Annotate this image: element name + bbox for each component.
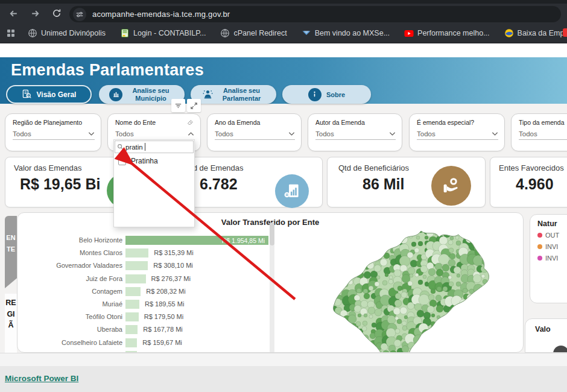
minas-gerais-map[interactable] bbox=[323, 225, 498, 353]
slicer-search-input[interactable]: pratin bbox=[115, 141, 194, 153]
bar-value-label: R$ 167,78 Mi bbox=[143, 326, 182, 333]
legend-dot bbox=[537, 244, 542, 249]
url-text[interactable]: acompanhe-emendas-ia.tce.mg.gov.br bbox=[92, 10, 230, 19]
bar-uberaba[interactable] bbox=[125, 325, 138, 334]
chevron-down-icon bbox=[389, 131, 396, 136]
slicer-option-pratinha[interactable]: Pratinha bbox=[114, 154, 194, 165]
apps-grid-icon[interactable] bbox=[6, 28, 16, 38]
nav-vis-o-geral[interactable]: Visão Geral bbox=[6, 85, 92, 104]
nav-analise-seu-parlamentar[interactable]: Analise seu Parlamentar bbox=[191, 85, 276, 104]
visual-filter-icon[interactable] bbox=[171, 99, 185, 112]
bookmark-item-6[interactable]: Baixa da Empresa... bbox=[504, 28, 567, 38]
chart-scrollbar[interactable] bbox=[270, 223, 274, 353]
slicer-label: Região de Planejamento bbox=[13, 119, 95, 126]
slicer-value: Todos bbox=[417, 130, 436, 138]
kpi-card-3: Qtd de Beneficiários86 Mil bbox=[327, 157, 486, 207]
legend-dot bbox=[537, 233, 542, 238]
bookmark-label: cPanel Redirect bbox=[233, 29, 287, 37]
kpi-label: Qtd de Beneficiários bbox=[338, 163, 409, 172]
slicer-dropdown-toggle[interactable]: Todos bbox=[215, 130, 295, 140]
microsoft-power-bi-link[interactable]: Microsoft Power BI bbox=[5, 374, 78, 383]
chart-scrollbar-thumb[interactable] bbox=[270, 223, 274, 245]
bar-belo-horizonte[interactable]: R$ 1.954,85 Mi bbox=[125, 236, 268, 245]
legend-label: OUT bbox=[545, 232, 559, 239]
dashboard-header: Emendas Parlamentares Visão GeralAnalise… bbox=[0, 57, 567, 104]
tab-regiao[interactable]: REGIÃ bbox=[5, 294, 17, 353]
refresh-icon[interactable] bbox=[49, 6, 64, 21]
bar-value-label: R$ 179,50 Mi bbox=[144, 313, 183, 320]
bar-value-label: R$ 315,39 Mi bbox=[154, 249, 193, 256]
bar-category-label: Belo Horizonte bbox=[20, 236, 122, 244]
legend-dot bbox=[537, 256, 542, 261]
slicer-dropdown-toggle[interactable]: Todos bbox=[13, 130, 95, 140]
eraser-icon[interactable] bbox=[186, 118, 194, 126]
footer-bar: Microsoft Power BI bbox=[0, 366, 567, 392]
bar-montes-claros[interactable] bbox=[125, 248, 148, 258]
bookmark-item-3[interactable]: cPanel Redirect bbox=[220, 28, 287, 38]
kpi-card-2: Qtd de Emendas6.782 bbox=[178, 157, 323, 207]
screen: acompanhe-emendas-ia.tce.mg.gov.br Unime… bbox=[0, 0, 567, 392]
footer-spacer bbox=[0, 353, 567, 366]
address-bar[interactable]: acompanhe-emendas-ia.tce.mg.gov.br bbox=[69, 6, 561, 22]
chevron-up-icon bbox=[188, 131, 194, 136]
kpi-chart-icon bbox=[275, 174, 309, 208]
bar-category-label: Governador Valadares bbox=[20, 262, 122, 269]
bar-teófilo-otoni[interactable] bbox=[125, 312, 139, 321]
bar-contagem[interactable] bbox=[125, 287, 141, 296]
search-icon bbox=[117, 144, 124, 150]
slicer-região-de-planejamento: Região de PlanejamentoTodos bbox=[5, 113, 101, 151]
slicer-dropdown-toggle[interactable]: Todos bbox=[315, 130, 396, 140]
bar-juiz-de-fora[interactable] bbox=[125, 274, 146, 283]
bookmark-item-1[interactable]: Unimed Divinópolis bbox=[28, 28, 106, 38]
bar-muriaé[interactable] bbox=[125, 300, 139, 309]
bar-category-label: Juiz de Fora bbox=[20, 275, 122, 282]
bookmark-partial-icon[interactable] bbox=[563, 28, 567, 37]
pratinha-checkbox[interactable] bbox=[118, 157, 126, 165]
forward-icon[interactable] bbox=[28, 6, 42, 21]
info-icon bbox=[311, 90, 318, 98]
bookmark-label: Unimed Divinópolis bbox=[41, 29, 106, 37]
chevron-down-icon bbox=[88, 131, 95, 136]
tab-ente[interactable]: ENTE bbox=[5, 216, 17, 288]
page-top-gap bbox=[0, 43, 567, 57]
legend-item-1[interactable]: OUT bbox=[537, 232, 567, 239]
slicer-label: É emenda especial? bbox=[417, 119, 498, 126]
bookmark-item-5[interactable]: Performance melho... bbox=[404, 29, 490, 37]
valor-panel-title: Valo bbox=[535, 325, 567, 334]
bookmark-label: Login - CONTABILP... bbox=[133, 29, 206, 37]
chart-row-3: Governador ValadaresR$ 308,10 Mi bbox=[17, 260, 295, 273]
building-icon bbox=[109, 88, 122, 101]
youtube-icon bbox=[404, 30, 414, 37]
slicer-dropdown-toggle[interactable]: Todos bbox=[417, 130, 498, 140]
page-title: Emendas Parlamentares bbox=[11, 61, 204, 80]
slicer-label: Nome do Ente bbox=[115, 119, 194, 126]
bar-category-label: Montes Claros bbox=[20, 249, 122, 256]
chevron-down-icon bbox=[492, 131, 498, 136]
chart-row-4: Juiz de ForaR$ 276,37 Mi bbox=[17, 273, 295, 286]
slicer-label: Ano da Emenda bbox=[215, 119, 295, 126]
slicer-autor-da-emenda: Autor da EmendaTodos bbox=[308, 113, 402, 151]
site-settings-icon[interactable] bbox=[73, 8, 86, 21]
bar-governador-valadares[interactable] bbox=[125, 261, 148, 270]
legend-item-2[interactable]: INVI bbox=[537, 243, 567, 250]
text-cursor bbox=[145, 143, 145, 151]
slicer-value: Todos bbox=[315, 130, 334, 138]
doc-search-icon bbox=[22, 89, 32, 100]
nav-sobre[interactable]: Sobre bbox=[282, 85, 371, 104]
search-text: pratin bbox=[125, 144, 143, 151]
bar-conselheiro-lafaiete[interactable] bbox=[125, 338, 137, 347]
bookmarks-bar: Unimed DivinópolisLogin - CONTABILP...cP… bbox=[0, 24, 567, 43]
focus-mode-icon[interactable] bbox=[187, 99, 201, 112]
bookmark-item-4[interactable]: Bem vindo ao MXSe... bbox=[302, 28, 390, 38]
pratinha-label: Pratinha bbox=[131, 157, 158, 165]
person-icon bbox=[202, 89, 214, 100]
legend-item-3[interactable]: INVI bbox=[537, 254, 567, 262]
slicer-dropdown-toggle[interactable]: Todos bbox=[115, 130, 194, 140]
back-icon[interactable] bbox=[6, 6, 21, 21]
bookmark-item-2[interactable]: Login - CONTABILP... bbox=[120, 28, 206, 38]
slicer-dropdown-toggle[interactable]: Todos bbox=[519, 130, 567, 140]
chart-row-8: UberabaR$ 167,78 Mi bbox=[17, 324, 295, 337]
kpi-card-4: Entes Favorecidos4.960 bbox=[490, 157, 567, 207]
globe-icon bbox=[28, 28, 37, 38]
slicer-value: Todos bbox=[115, 130, 134, 138]
